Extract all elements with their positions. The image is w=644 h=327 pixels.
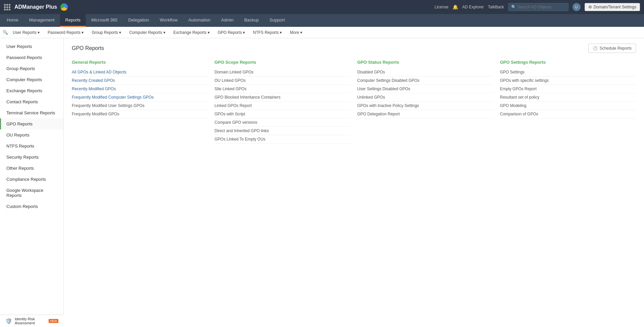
sidebar: User ReportsPassword ReportsGroup Report… xyxy=(0,38,64,327)
search-box: 🔍 xyxy=(508,3,569,11)
nav-tab-workflow[interactable]: Workflow xyxy=(154,14,183,27)
bell-icon[interactable]: 🔔 xyxy=(452,4,458,10)
report-section-status: GPO Status ReportsDisabled GPOsComputer … xyxy=(357,60,493,144)
sidebar-item-password-reports[interactable]: Password Reports xyxy=(0,52,63,63)
identity-risk-icon: 🛡️ xyxy=(5,318,12,324)
report-link[interactable]: GPOs with Script xyxy=(215,110,351,118)
gear-icon: ⚙ xyxy=(588,5,592,9)
report-link[interactable]: Frequently Modified Computer Settings GP… xyxy=(72,93,208,102)
avatar[interactable]: U xyxy=(573,3,581,11)
sub-nav-ntfs-reports[interactable]: NTFS Reports ▾ xyxy=(250,27,285,38)
sidebar-item-ou-reports[interactable]: OU Reports xyxy=(0,129,63,141)
report-link[interactable]: Frequently Modified GPOs xyxy=(72,110,208,118)
nav-tabs: HomeManagementReportsMicrosoft 365Delega… xyxy=(0,14,644,27)
new-badge: NEW xyxy=(49,319,58,323)
report-link[interactable]: Empty GPOs Report xyxy=(500,85,636,93)
report-link[interactable]: Site Linked GPOs xyxy=(215,85,351,93)
sub-nav-more[interactable]: More ▾ xyxy=(286,27,306,38)
sub-nav-exchange-reports[interactable]: Exchange Reports ▾ xyxy=(170,27,213,38)
sidebar-item-terminal-service-reports[interactable]: Terminal Service Reports xyxy=(0,107,63,118)
report-link[interactable]: Compare GPO versions xyxy=(215,118,351,127)
nav-tab-automation[interactable]: Automation xyxy=(183,14,216,27)
clock-icon: 🕐 xyxy=(593,46,598,51)
schedule-reports-button[interactable]: 🕐 Schedule Reports xyxy=(588,44,636,53)
reports-grid: General ReportsAll GPOs & Linked AD Obje… xyxy=(72,60,636,144)
sidebar-item-gpo-reports[interactable]: GPO Reports xyxy=(0,118,63,129)
report-link[interactable]: GPO Delegation Report xyxy=(357,110,493,118)
nav-tab-reports[interactable]: Reports xyxy=(60,14,86,27)
report-link[interactable]: Comparison of GPOs xyxy=(500,110,636,118)
nav-tab-home[interactable]: Home xyxy=(1,14,24,27)
sidebar-item-exchange-reports[interactable]: Exchange Reports xyxy=(0,85,63,96)
sidebar-item-compliance-reports[interactable]: Compliance Reports xyxy=(0,174,63,185)
topbar-right: License 🔔 AD Explorer TalkBack 🔍 U ⚙ Dom… xyxy=(435,3,640,11)
sidebar-item-group-reports[interactable]: Group Reports xyxy=(0,63,63,74)
domain-settings-button[interactable]: ⚙ Domain/Tenant Settings xyxy=(585,3,640,11)
topbar: ADManager Plus License 🔔 AD Explorer Tal… xyxy=(0,0,644,14)
page-title: GPO Reports xyxy=(72,45,104,51)
nav-tab-support[interactable]: Support xyxy=(264,14,290,27)
report-link[interactable]: Recently Modified GPOs xyxy=(72,85,208,93)
report-link[interactable]: All GPOs & Linked AD Objects xyxy=(72,68,208,76)
nav-tab-microsoft-365[interactable]: Microsoft 365 xyxy=(86,14,123,27)
license-link[interactable]: License xyxy=(435,5,448,9)
report-section-title-settings: GPO Settings Reports xyxy=(500,60,636,65)
report-section-settings: GPO Settings ReportsGPO SettingsGPOs wit… xyxy=(500,60,636,144)
ad-explorer-link[interactable]: AD Explorer xyxy=(462,5,484,9)
sidebar-item-custom-reports[interactable]: Custom Reports xyxy=(0,201,63,212)
report-section-title-scope: GPO Scope Reports xyxy=(215,60,351,65)
sub-nav-group-reports[interactable]: Group Reports ▾ xyxy=(88,27,124,38)
topbar-left: ADManager Plus xyxy=(4,3,68,11)
sub-nav-computer-reports[interactable]: Computer Reports ▾ xyxy=(126,27,168,38)
sub-nav-gpo-reports[interactable]: GPO Reports ▾ xyxy=(214,27,248,38)
report-link[interactable]: GPO Modeling xyxy=(500,102,636,110)
report-link[interactable]: Frequently Modified User Settings GPOs xyxy=(72,102,208,110)
talkback-link[interactable]: TalkBack xyxy=(488,5,504,9)
search-icon: 🔍 xyxy=(511,5,516,9)
nav-tab-backup[interactable]: Backup xyxy=(239,14,264,27)
nav-tab-management[interactable]: Management xyxy=(24,14,60,27)
sidebar-item-other-reports[interactable]: Other Reports xyxy=(0,163,63,174)
report-link[interactable]: GPOs with specific settings xyxy=(500,76,636,85)
sidebar-item-security-reports[interactable]: Security Reports xyxy=(0,152,63,163)
sidebar-item-contact-reports[interactable]: Contact Reports xyxy=(0,96,63,107)
report-section-title-status: GPO Status Reports xyxy=(357,60,493,65)
report-link[interactable]: Domain Linked GPOs xyxy=(215,68,351,76)
sub-nav-user-reports[interactable]: User Reports ▾ xyxy=(9,27,43,38)
sidebar-item-user-reports[interactable]: User Reports xyxy=(0,41,63,52)
grid-icon[interactable] xyxy=(4,4,10,10)
nav-tab-admin[interactable]: Admin xyxy=(216,14,239,27)
search-input[interactable] xyxy=(518,5,566,9)
report-link[interactable]: Direct and Inherited GPO links xyxy=(215,127,351,135)
main-layout: User ReportsPassword ReportsGroup Report… xyxy=(0,38,644,327)
report-section-general: General ReportsAll GPOs & Linked AD Obje… xyxy=(72,60,208,144)
bottom-bar: 🛡️ Identity Risk Assessment NEW xyxy=(0,315,64,327)
report-link[interactable]: Unlinked GPOs xyxy=(357,93,493,102)
content-header: GPO Reports 🕐 Schedule Reports xyxy=(72,44,636,53)
sidebar-item-google-workspace-reports[interactable]: Google Workspace Reports xyxy=(0,185,63,201)
report-link[interactable]: OU Linked GPOs xyxy=(215,76,351,85)
logo-circle-icon xyxy=(60,3,68,11)
nav-tab-delegation[interactable]: Delegation xyxy=(123,14,154,27)
identity-risk-label[interactable]: Identity Risk Assessment xyxy=(15,317,46,325)
report-link[interactable]: GPO Settings xyxy=(500,68,636,76)
sub-nav-password-reports[interactable]: Password Reports ▾ xyxy=(44,27,87,38)
sub-nav: 🔍 User Reports ▾Password Reports ▾Group … xyxy=(0,27,644,38)
report-link[interactable]: Computer Settings Disabled GPOs xyxy=(357,76,493,85)
report-link[interactable]: GPOs Linked To Empty OUs xyxy=(215,135,351,144)
content-area: GPO Reports 🕐 Schedule Reports General R… xyxy=(64,38,644,327)
sidebar-item-ntfs-reports[interactable]: NTFS Reports xyxy=(0,141,63,152)
report-section-title-general: General Reports xyxy=(72,60,208,65)
report-link[interactable]: GPO Blocked Inheritance Containers xyxy=(215,93,351,102)
report-section-scope: GPO Scope ReportsDomain Linked GPOsOU Li… xyxy=(215,60,351,144)
report-link[interactable]: Resultant set of policy xyxy=(500,93,636,102)
report-link[interactable]: Recently Created GPOs xyxy=(72,76,208,85)
report-link[interactable]: User Settings Disabled GPOs xyxy=(357,85,493,93)
report-link[interactable]: GPOs with Inactive Policy Settings xyxy=(357,102,493,110)
app-logo: ADManager Plus xyxy=(14,4,57,10)
report-link[interactable]: Linked GPOs Report xyxy=(215,102,351,110)
sidebar-item-computer-reports[interactable]: Computer Reports xyxy=(0,74,63,85)
sub-nav-search-icon[interactable]: 🔍 xyxy=(3,30,8,35)
report-link[interactable]: Disabled GPOs xyxy=(357,68,493,76)
